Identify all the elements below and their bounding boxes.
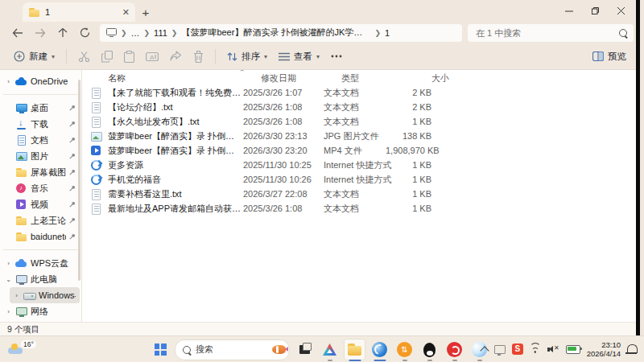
file-name: 【来了就能下载和观看！纯免费！】.txt (108, 87, 243, 99)
task-view-taskbar-button[interactable] (294, 339, 316, 360)
taskbar-clock[interactable]: 23:10 2026/4/14 (587, 340, 621, 359)
windows-logo-icon (155, 343, 167, 356)
breadcrumb-item-current[interactable]: 1 (385, 28, 390, 38)
taskbar-center: 搜索 ⇅ (150, 339, 490, 360)
sidebar-scrollbar[interactable] (78, 80, 80, 281)
column-header-name[interactable]: 名称 (82, 72, 261, 84)
more-options-button[interactable] (325, 46, 348, 67)
sidebar-item-desktop[interactable]: 桌面 (2, 100, 80, 116)
sidebar-item-network[interactable]: › 网络 (2, 303, 80, 319)
taskbar-search-label: 搜索 (196, 343, 213, 356)
column-header-date[interactable]: 修改日期 (261, 72, 341, 84)
search-input[interactable] (474, 27, 614, 39)
copy-icon (101, 51, 113, 63)
breadcrumb-chevron-icon: ❯ (171, 29, 178, 37)
ellipsis-icon (331, 55, 342, 58)
explorer-tab[interactable]: 1 ✕ (23, 2, 135, 22)
close-button[interactable] (608, 1, 634, 21)
orange-sync-taskbar-button[interactable]: ⇅ (394, 339, 415, 360)
up-button[interactable] (52, 23, 73, 43)
breadcrumb-item-parent[interactable]: 111 (154, 28, 167, 38)
chevron-icon[interactable]: ⌄ (5, 276, 12, 283)
pin-icon (69, 233, 76, 240)
sidebar-item-documents[interactable]: 文档 (2, 132, 80, 148)
file-row[interactable]: 菠萝啤beer【醉酒实】录 扑倒被灌醉的JK学妹 ... 2026/3/30 2… (82, 129, 640, 143)
copy-button[interactable] (96, 46, 118, 67)
file-row[interactable]: 最新地址及APP请发邮箱自动获取！！！.txt 2025/3/26 1:08 文… (82, 201, 640, 216)
browser-swirl-taskbar-button[interactable] (369, 339, 390, 360)
red-music-taskbar-button[interactable] (444, 339, 465, 360)
hidden-icons-chevron-icon[interactable] (480, 346, 489, 355)
file-row[interactable]: 需要补档看这里.txt 2026/3/27 22:08 文本文档 1 KB (82, 187, 640, 201)
preview-button[interactable]: 预览 (587, 46, 632, 67)
file-row[interactable]: 更多资源 2025/11/30 10:25 Internet 快捷方式 1 KB (82, 158, 640, 172)
cast-display-icon[interactable] (494, 345, 506, 354)
chevron-icon[interactable]: › (5, 78, 12, 85)
maximize-button[interactable] (582, 1, 608, 21)
sidebar-item-music[interactable]: 音乐 (2, 180, 80, 196)
file-name: 更多资源 (108, 159, 143, 171)
file-size: 1,908,970 KB (386, 146, 431, 155)
delete-button[interactable] (188, 46, 209, 67)
command-toolbar: 新建 ▾ A (0, 43, 640, 70)
back-button[interactable] (6, 23, 28, 43)
chevron-icon[interactable]: › (5, 260, 12, 267)
file-row[interactable]: 【永久地址发布页】.txt 2025/3/26 1:08 文本文档 1 KB (82, 114, 640, 129)
minimize-button[interactable] (556, 1, 582, 21)
breadcrumb-ellipsis[interactable]: … (131, 28, 140, 38)
new-tab-button[interactable]: + (135, 2, 156, 22)
refresh-button[interactable] (74, 23, 96, 43)
sidebar-item-this-pc[interactable]: ⌄ 此电脑 (2, 271, 80, 287)
sidebar-item-folder[interactable]: baidunetdisk (2, 228, 80, 245)
column-header-type[interactable]: 类型 (341, 72, 403, 84)
sidebar-item-drive[interactable]: › Windows-SSD (10, 287, 80, 303)
wifi-icon[interactable] (530, 345, 541, 354)
search-box[interactable] (468, 24, 634, 42)
weather-widget[interactable]: 16° (8, 339, 36, 355)
weather-cloud-icon (8, 345, 24, 355)
sidebar-item-videos[interactable]: 视频 (2, 196, 80, 212)
tab-close-icon[interactable]: ✕ (122, 8, 130, 17)
sidebar-item-downloads[interactable]: 下载 (2, 116, 80, 132)
desktop-icon (15, 102, 27, 114)
new-button[interactable]: 新建 ▾ (8, 46, 60, 67)
navigation-pane: › OneDrive 桌面 下载 文档 图片 (0, 70, 82, 322)
share-button[interactable] (164, 46, 188, 67)
volume-muted-icon[interactable]: ✕ (547, 345, 559, 354)
file-size: 1 KB (386, 189, 431, 199)
breadcrumb[interactable]: ❯ … ❯ 111 ❯ 【菠萝啤beer】醉酒实录 扑倒被灌醉的JK学妹 本性暴… (100, 24, 462, 42)
start-button[interactable] (150, 339, 171, 360)
file-row[interactable]: 【来了就能下载和观看！纯免费！】.txt 2025/3/26 1:07 文本文档… (82, 85, 640, 100)
file-type: Internet 快捷方式 (324, 174, 386, 186)
qq-taskbar-button[interactable] (419, 339, 440, 360)
file-row[interactable]: 手机党的福音 2025/11/30 10:26 Internet 快捷方式 1 … (82, 172, 640, 187)
taskbar-search-box[interactable]: 搜索 (175, 339, 290, 360)
cut-button[interactable] (72, 46, 96, 67)
sidebar-item-folder[interactable]: 上老王论坛当 (2, 212, 80, 228)
file-explorer-taskbar-button[interactable] (344, 339, 365, 360)
view-button[interactable]: 查看 ▾ (273, 46, 325, 67)
battery-icon[interactable] (566, 345, 580, 354)
sidebar-item-folder[interactable]: 屏幕截图 (2, 164, 80, 180)
notification-bell-icon[interactable] (627, 344, 638, 353)
column-header-size[interactable]: 大小 (403, 72, 449, 84)
file-row[interactable]: 菠萝啤beer【醉酒实】录 扑倒被灌醉的JK学妹 ... 2026/3/30 2… (82, 143, 640, 158)
sogou-input-icon[interactable]: S (512, 343, 523, 355)
sort-button[interactable]: 排序 ▾ (221, 46, 273, 67)
breadcrumb-item-folder[interactable]: 【菠萝啤beer】醉酒实录 扑倒被灌醉的JK学妹 本性暴露展现 (181, 27, 370, 39)
file-name: 【永久地址发布页】.txt (108, 116, 200, 128)
sidebar-item-wps-cloud[interactable]: › WPS云盘 (2, 255, 80, 271)
forward-button[interactable] (29, 23, 51, 43)
chevron-icon[interactable]: › (5, 308, 12, 315)
paste-button[interactable] (118, 46, 140, 67)
sidebar-item-onedrive[interactable]: › OneDrive (2, 73, 80, 89)
triangle-app-taskbar-button[interactable] (319, 339, 341, 360)
txt-file-icon (90, 188, 102, 200)
sidebar-item-pictures[interactable]: 图片 (2, 148, 80, 164)
rename-button[interactable]: A (140, 46, 164, 67)
file-type: 文本文档 (324, 87, 386, 99)
sidebar-item-label: 文档 (31, 134, 48, 146)
chevron-icon[interactable]: › (13, 292, 20, 299)
file-row[interactable]: 【论坛介绍】.txt 2025/3/26 1:08 文本文档 2 KB (82, 100, 640, 114)
folder-icon (15, 215, 27, 227)
